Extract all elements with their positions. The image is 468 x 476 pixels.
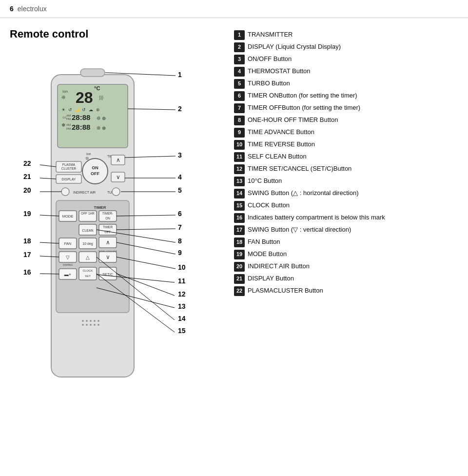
svg-text:🌙: 🌙	[75, 107, 80, 113]
legend-number: 3	[234, 55, 245, 64]
svg-text:Ion: Ion	[86, 152, 91, 156]
svg-text:INDIRECT AIR: INDIRECT AIR	[73, 191, 96, 194]
legend-number: 17	[234, 225, 245, 235]
legend-item: 6TIMER ONButton (for setting the timer)	[234, 91, 458, 101]
svg-point-41	[61, 188, 69, 196]
svg-text:∨: ∨	[106, 254, 110, 260]
svg-text:OFF: OFF	[91, 171, 99, 176]
svg-text:15: 15	[178, 327, 186, 335]
svg-text:28:88: 28:88	[72, 113, 90, 121]
legend-item: 8ONE-HOUR OFF TIMER Button	[234, 116, 458, 125]
svg-text:△: △	[86, 255, 90, 260]
svg-text:13: 13	[178, 302, 186, 310]
legend-number: 7	[234, 103, 245, 113]
legend-number: 10	[234, 140, 245, 150]
legend-item: 11SELF CLEAN Button	[234, 152, 458, 162]
svg-text:10: 10	[178, 263, 186, 271]
legend-item: 16Indicates battery compartment is below…	[234, 213, 458, 223]
svg-text:20: 20	[23, 186, 31, 194]
svg-text:CLEAN: CLEAN	[82, 229, 93, 232]
svg-text:FAN: FAN	[64, 241, 72, 246]
svg-text:⊕: ⊕	[96, 107, 100, 112]
legend-description: THERMOSTAT Button	[248, 67, 311, 76]
svg-text:CLUSTER: CLUSTER	[61, 167, 77, 170]
svg-text:16: 16	[23, 268, 31, 276]
svg-text:2: 2	[178, 105, 182, 113]
svg-text:∨: ∨	[116, 174, 120, 180]
legend-list: 1TRANSMITTER2DISPLAY (Liquid Crystal Dis…	[234, 30, 458, 296]
legend-description: DISPLAY (Liquid Crystal Display)	[248, 42, 341, 51]
remote-svg-container: Ion ❊ 28 °C ))) ☀ ↺ 🌙 ↺ ☁ ⊕ ⊙1 AM PM 28:	[10, 50, 219, 470]
remote-diagram-section: Remote control Ion ❊ 28 °C )))	[10, 28, 224, 470]
legend-item: 5TURBO Button	[234, 79, 458, 89]
svg-text:12: 12	[178, 290, 186, 298]
legend-description: MODE Button	[248, 250, 287, 258]
legend-item: 18FAN Button	[234, 238, 458, 247]
svg-point-82	[90, 320, 92, 322]
svg-point-87	[90, 324, 92, 326]
svg-point-44	[112, 188, 120, 196]
legend-item: 20INDIRECT AIR Button	[234, 262, 458, 272]
section-title: Remote control	[10, 28, 224, 40]
svg-point-89	[98, 324, 99, 326]
legend-description: TIMER ONButton (for setting the timer)	[248, 91, 357, 100]
svg-text:▬+: ▬+	[64, 272, 71, 277]
svg-text:TIMER-: TIMER-	[102, 212, 113, 215]
legend-description: TIME ADVANCE Button	[248, 128, 314, 137]
legend-item: 10TIME REVERSE Button	[234, 140, 458, 150]
legend-description: TURBO Button	[248, 79, 290, 88]
legend-number: 5	[234, 79, 245, 89]
svg-point-85	[82, 324, 84, 326]
legend-item: 21DISPLAY Button	[234, 274, 458, 284]
svg-text:PM: PM	[66, 127, 71, 130]
svg-text:7: 7	[178, 223, 182, 231]
svg-text:MODE: MODE	[62, 214, 74, 218]
svg-text:11: 11	[178, 277, 186, 285]
svg-point-84	[98, 320, 99, 322]
svg-text:8: 8	[178, 237, 182, 245]
legend-number: 11	[234, 152, 245, 162]
legend-description: DISPLAY Button	[248, 274, 294, 283]
legend-number: 9	[234, 128, 245, 138]
legend-item: 22PLASMACLUSTER Button	[234, 286, 458, 296]
legend-description: SWING Button (▽ : vertical direction)	[248, 225, 351, 234]
legend-description: ON/OFF Button	[248, 55, 292, 63]
legend-number: 22	[234, 286, 245, 296]
svg-text:↺: ↺	[82, 107, 86, 112]
svg-text:))): )))	[99, 95, 103, 100]
svg-text:ON: ON	[105, 217, 110, 220]
svg-text:PLASMA: PLASMA	[62, 163, 76, 166]
legend-description: 10°C Button	[248, 177, 282, 185]
svg-text:TIMER: TIMER	[94, 205, 106, 210]
legend-item: 3ON/OFF Button	[234, 55, 458, 64]
svg-text:18: 18	[23, 237, 31, 245]
legend-number: 15	[234, 201, 245, 211]
svg-text:CLOCK: CLOCK	[83, 269, 93, 272]
svg-text:AM: AM	[66, 114, 71, 117]
brand-name: electrolux	[18, 5, 47, 13]
svg-point-88	[94, 324, 96, 326]
legend-description: Indicates battery compartment is below t…	[248, 213, 385, 222]
svg-point-80	[82, 320, 84, 322]
svg-text:SET: SET	[85, 275, 91, 278]
svg-text:4: 4	[178, 173, 182, 181]
legend-item: 12TIMER SET/CANCEL (SET/C)Button	[234, 164, 458, 174]
legend-description: INDIRECT AIR Button	[248, 262, 310, 271]
legend-item: 4THERMOSTAT Button	[234, 67, 458, 77]
svg-text:DISPLAY: DISPLAY	[61, 178, 76, 181]
svg-text:AM: AM	[66, 123, 71, 126]
svg-text:6: 6	[178, 210, 182, 218]
svg-rect-1	[80, 69, 105, 77]
svg-text:5: 5	[178, 186, 182, 194]
legend-section: 1TRANSMITTER2DISPLAY (Liquid Crystal Dis…	[234, 28, 458, 470]
page-number: 6	[10, 5, 14, 13]
svg-text:1: 1	[178, 71, 182, 79]
remote-control-svg: Ion ❊ 28 °C ))) ☀ ↺ 🌙 ↺ ☁ ⊕ ⊙1 AM PM 28:	[10, 50, 219, 470]
legend-description: TIMER SET/CANCEL (SET/C)Button	[248, 164, 351, 173]
svg-text:PM: PM	[66, 118, 71, 120]
legend-description: CLOCK Button	[248, 201, 290, 210]
legend-item: 19MODE Button	[234, 250, 458, 259]
svg-text:∧: ∧	[116, 157, 120, 163]
legend-number: 20	[234, 262, 245, 272]
legend-description: TIME REVERSE Button	[248, 140, 315, 149]
